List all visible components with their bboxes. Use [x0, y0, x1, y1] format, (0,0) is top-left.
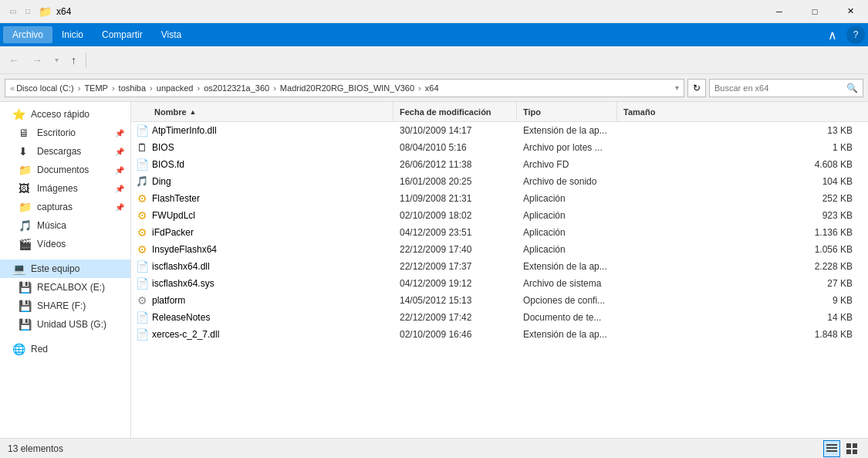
tiles-view-icon: [846, 443, 857, 454]
refresh-button[interactable]: ↻: [687, 79, 706, 97]
sidebar-item-acceso-rapido[interactable]: ⭐ Acceso rápido: [0, 105, 130, 124]
file-icon: 📄: [136, 124, 148, 137]
window-title: x64: [56, 6, 71, 17]
sidebar-item-videos[interactable]: 🎬 Vídeos: [0, 235, 130, 253]
table-row[interactable]: ⚙ FlashTester 11/09/2008 21:31 Aplicació…: [131, 190, 868, 207]
table-row[interactable]: 📄 ReleaseNotes 22/12/2009 17:42 Document…: [131, 309, 868, 326]
help-button[interactable]: ?: [846, 25, 865, 44]
sidebar-label-share: SHARE (F:): [37, 300, 124, 311]
table-row[interactable]: 📄 iscflashx64.sys 04/12/2009 19:12 Archi…: [131, 275, 868, 292]
file-date-cell: 30/10/2009 14:17: [393, 125, 517, 136]
sidebar-item-documentos[interactable]: 📁 Documentos 📌: [0, 161, 130, 179]
file-name: FWUpdLcl: [152, 210, 195, 221]
sidebar-label-musica: Música: [37, 220, 124, 231]
drive-e-icon: 💾: [19, 281, 32, 293]
pin-icon-documentos: 📌: [115, 166, 124, 175]
sidebar-label-usb: Unidad USB (G:): [37, 319, 124, 330]
file-size-cell: 1 KB: [617, 142, 868, 153]
sidebar-item-descargas[interactable]: ⬇ Descargas 📌: [0, 142, 130, 161]
address-box[interactable]: « Disco local (C:) › TEMP › toshiba › un…: [5, 79, 684, 97]
view-controls: [823, 440, 860, 457]
window-controls: ─ □ ✕: [762, 0, 868, 23]
forward-button[interactable]: →: [26, 49, 48, 71]
table-row[interactable]: 📄 AtpTimerInfo.dll 30/10/2009 14:17 Exte…: [131, 122, 868, 139]
capturas-icon: 📁: [19, 201, 32, 213]
tiles-view-button[interactable]: [843, 440, 860, 457]
sidebar-item-musica[interactable]: 🎵 Música: [0, 216, 130, 235]
star-icon: ⭐: [12, 108, 26, 120]
file-date-cell: 22/12/2009 17:42: [393, 312, 517, 323]
col-header-type[interactable]: Tipo: [517, 102, 617, 121]
sidebar-item-usb[interactable]: 💾 Unidad USB (G:): [0, 315, 130, 334]
svg-rect-6: [853, 450, 857, 454]
expand-ribbon-icon[interactable]: ∧: [822, 28, 843, 42]
file-size-cell: 1.848 KB: [617, 329, 868, 340]
breadcrumb-c: Disco local (C:): [16, 83, 74, 93]
file-name: iscflashx64.sys: [152, 278, 214, 289]
table-row[interactable]: 📄 iscflashx64.dll 22/12/2009 17:37 Exten…: [131, 258, 868, 275]
sidebar-item-imagenes[interactable]: 🖼 Imágenes 📌: [0, 179, 130, 198]
file-icon: ⚙: [136, 294, 148, 307]
file-name-cell: 📄 ReleaseNotes: [131, 311, 393, 324]
sidebar-item-recalbox[interactable]: 💾 RECALBOX (E:): [0, 278, 130, 297]
file-name-cell: 🎵 Ding: [131, 175, 393, 188]
pin-icon-descargas: 📌: [115, 148, 124, 156]
file-name: BIOS: [152, 142, 174, 153]
table-row[interactable]: 🎵 Ding 16/01/2008 20:25 Archivo de sonid…: [131, 173, 868, 190]
breadcrumb-x64: x64: [425, 83, 439, 93]
menu-vista[interactable]: Vista: [152, 26, 191, 43]
menu-compartir[interactable]: Compartir: [93, 26, 152, 43]
search-input[interactable]: [714, 83, 843, 93]
menu-archivo[interactable]: Archivo: [3, 26, 52, 43]
file-type-cell: Archivo de sonido: [517, 176, 617, 187]
sidebar-label-documentos: Documentos: [37, 165, 110, 175]
maximize-button[interactable]: □: [797, 0, 833, 23]
status-bar: 13 elementos: [0, 438, 868, 458]
file-type-cell: Archivo por lotes ...: [517, 142, 617, 153]
table-row[interactable]: ⚙ iFdPacker 04/12/2009 23:51 Aplicación …: [131, 224, 868, 241]
col-header-size[interactable]: Tamaño: [617, 107, 862, 117]
file-type-cell: Extensión de la ap...: [517, 261, 617, 272]
col-header-name[interactable]: Nombre ▲: [131, 102, 393, 121]
computer-icon: 💻: [12, 263, 26, 275]
back-button[interactable]: ←: [3, 49, 25, 71]
up-button[interactable]: ↑: [66, 49, 82, 71]
sidebar-item-escritorio[interactable]: 🖥 Escritorio 📌: [0, 124, 130, 142]
col-header-date[interactable]: Fecha de modificación: [393, 102, 517, 121]
details-view-button[interactable]: [823, 440, 840, 457]
table-row[interactable]: 📄 BIOS.fd 26/06/2012 11:38 Archivo FD 4.…: [131, 156, 868, 173]
file-name: iFdPacker: [152, 227, 194, 238]
breadcrumb-os: os2012321a_360: [204, 83, 269, 93]
sidebar-item-red[interactable]: 🌐 Red: [0, 340, 130, 358]
file-date-cell: 04/12/2009 19:12: [393, 278, 517, 289]
sidebar-item-este-equipo[interactable]: 💻 Este equipo: [0, 260, 130, 278]
minimize-icon: ▭: [6, 5, 19, 18]
sidebar-item-capturas[interactable]: 📁 capturas 📌: [0, 198, 130, 216]
folder-icon: 📁: [39, 5, 52, 18]
file-name-cell: ⚙ FWUpdLcl: [131, 209, 393, 222]
file-date-cell: 14/05/2012 15:13: [393, 295, 517, 306]
close-button[interactable]: ✕: [833, 0, 868, 23]
file-size-cell: 9 KB: [617, 295, 868, 306]
menu-inicio[interactable]: Inicio: [52, 26, 93, 43]
table-row[interactable]: ⚙ InsydeFlashx64 22/12/2009 17:40 Aplica…: [131, 241, 868, 258]
file-name-cell: ⚙ platform: [131, 294, 393, 307]
file-name: FlashTester: [152, 193, 200, 204]
file-name-cell: 📄 iscflashx64.sys: [131, 277, 393, 290]
recent-button[interactable]: ▾: [49, 49, 64, 71]
file-icon: 📄: [136, 260, 148, 273]
file-icon: 🎵: [136, 175, 148, 188]
table-row[interactable]: 📄 xerces-c_2_7.dll 02/10/2009 16:46 Exte…: [131, 326, 868, 343]
table-row[interactable]: 🗒 BIOS 08/04/2010 5:16 Archivo por lotes…: [131, 139, 868, 156]
file-name: platform: [152, 295, 185, 306]
search-box[interactable]: 🔍: [709, 79, 863, 97]
file-type-cell: Extensión de la ap...: [517, 329, 617, 340]
file-type-cell: Extensión de la ap...: [517, 125, 617, 136]
minimize-button[interactable]: ─: [762, 0, 797, 23]
file-date-cell: 11/09/2008 21:31: [393, 193, 517, 204]
file-date-cell: 16/01/2008 20:25: [393, 176, 517, 187]
table-row[interactable]: ⚙ platform 14/05/2012 15:13 Opciones de …: [131, 292, 868, 309]
sidebar-item-share[interactable]: 💾 SHARE (F:): [0, 297, 130, 315]
file-name-cell: ⚙ InsydeFlashx64: [131, 243, 393, 256]
table-row[interactable]: ⚙ FWUpdLcl 02/10/2009 18:02 Aplicación 9…: [131, 207, 868, 224]
